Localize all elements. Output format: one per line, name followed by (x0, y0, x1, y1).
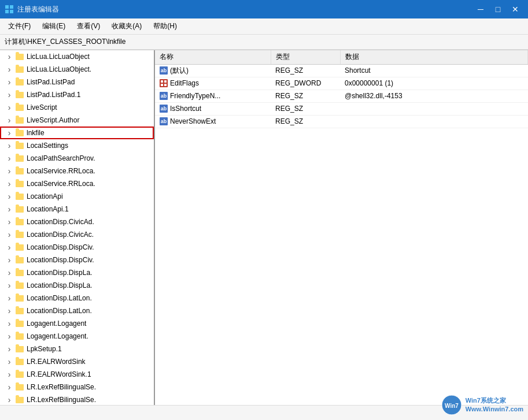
expander-livescript[interactable] (5, 103, 14, 112)
tree-item-logagent1[interactable]: Logagent.Logagent (0, 317, 154, 330)
expander-liclua1[interactable] (5, 52, 14, 61)
expander-lnkfile[interactable] (5, 128, 14, 137)
expander-lr2[interactable] (5, 370, 14, 379)
tree-item-locationapi2[interactable]: LocationApi.1 (0, 203, 154, 215)
svg-rect-1 (10, 5, 13, 9)
folder-icon-locationdisp3 (15, 243, 24, 252)
folder-icon-liclua2 (15, 65, 24, 74)
tree-item-liclua1[interactable]: LicLua.LicLuaObject (0, 50, 154, 63)
expander-listpad1[interactable] (5, 77, 14, 87)
tree-item-localservice2[interactable]: LocalService.RRLoca. (0, 177, 154, 190)
table-row[interactable]: ab(默认)REG_SZShortcut (155, 64, 528, 77)
expander-lr4[interactable] (5, 395, 14, 404)
expander-listpad2[interactable] (5, 90, 14, 99)
tree-item-lpksetup[interactable]: LpkSetup.1 (0, 343, 154, 355)
svg-rect-4 (161, 80, 163, 83)
expander-locationdisp6[interactable] (5, 281, 14, 290)
expander-locationapi1[interactable] (5, 192, 14, 201)
table-row[interactable]: abNeverShowExtREG_SZ (155, 115, 528, 128)
expander-localservice2[interactable] (5, 179, 14, 188)
tree-item-lr1[interactable]: LR.EALRWordSink (0, 355, 154, 368)
cell-name-label-nevershowext: NeverShowExt (170, 117, 216, 125)
expander-logagent2[interactable] (5, 332, 14, 341)
tree-item-livescriptauthor[interactable]: LiveScript.Author (0, 114, 154, 127)
expander-locationapi2[interactable] (5, 205, 14, 214)
address-bar: 计算机\HKEY_CLASSES_ROOT\lnkfile (0, 35, 528, 50)
expander-localservice1[interactable] (5, 166, 14, 176)
expander-liclua2[interactable] (5, 65, 14, 74)
table-row[interactable]: abIsShortcutREG_SZ (155, 102, 528, 115)
menu-file[interactable]: 文件(F) (2, 19, 36, 34)
type-icon-editflags (160, 79, 168, 87)
folder-icon-locationdisp7 (15, 293, 24, 303)
expander-livescriptauthor[interactable] (5, 116, 14, 125)
cell-name-isshortcut: abIsShortcut (155, 102, 271, 115)
tree-item-localsettings[interactable]: LocalSettings (0, 139, 154, 152)
tree-item-logagent2[interactable]: Logagent.Logagent. (0, 330, 154, 343)
table-row[interactable]: EditFlagsREG_DWORD0x00000001 (1) (155, 77, 528, 90)
tree-label-locationdisp2: LocationDisp.CivicAc. (27, 231, 154, 239)
expander-logagent1[interactable] (5, 319, 14, 328)
tree-label-locationdisp5: LocationDisp.DispLa. (27, 269, 154, 277)
cell-data-default: Shortcut (340, 64, 528, 77)
tree-item-listpad2[interactable]: ListPad.ListPad.1 (0, 88, 154, 101)
tree-item-locationdisp7[interactable]: LocationDisp.LatLon. (0, 292, 154, 304)
tree-item-locationdisp5[interactable]: LocationDisp.DispLa. (0, 266, 154, 279)
tree-item-locationdisp3[interactable]: LocationDisp.DispCiv. (0, 241, 154, 254)
expander-locationdisp3[interactable] (5, 243, 14, 252)
tree-item-lr2[interactable]: LR.EALRWordSink.1 (0, 368, 154, 381)
table-row[interactable]: abFriendlyTypeN...REG_SZ@shell32.dll,-41… (155, 90, 528, 102)
expander-localsettings[interactable] (5, 141, 14, 150)
expander-locationdisp5[interactable] (5, 268, 14, 277)
col-type[interactable]: 类型 (271, 50, 340, 64)
tree-item-locationdisp6[interactable]: LocationDisp.DispLa. (0, 279, 154, 292)
tree-item-lr4[interactable]: LR.LexRefBilingualSe. (0, 393, 154, 405)
expander-locationdisp7[interactable] (5, 293, 14, 303)
expander-locationdisp1[interactable] (5, 217, 14, 226)
watermark-text: Win7系统之家 Www.Winwin7.com (466, 396, 523, 414)
tree-label-liclua1: LicLua.LicLuaObject (27, 53, 154, 61)
expander-lpksetup[interactable] (5, 344, 14, 354)
tree-item-locationdisp8[interactable]: LocationDisp.LatLon. (0, 304, 154, 317)
tree-item-lnkfile[interactable]: lnkfile (0, 127, 154, 139)
menu-favorites[interactable]: 收藏夹(A) (106, 19, 147, 34)
expander-locationdisp2[interactable] (5, 230, 14, 239)
tree-pane[interactable]: LicLua.LicLuaObject LicLua.LicLuaObject.… (0, 50, 155, 405)
cell-name-label-isshortcut: IsShortcut (170, 105, 201, 113)
tree-item-lr3[interactable]: LR.LexRefBilingualSe. (0, 381, 154, 393)
watermark: Win7 Win7系统之家 Www.Winwin7.com (441, 395, 523, 415)
minimize-button[interactable]: ─ (472, 3, 489, 16)
tree-item-localservice1[interactable]: LocalService.RRLoca. (0, 165, 154, 177)
folder-icon-localsettings (15, 141, 24, 150)
expander-localpathsearch[interactable] (5, 154, 14, 163)
folder-icon-locationapi2 (15, 205, 24, 214)
menu-view[interactable]: 查看(V) (71, 19, 106, 34)
app-title: 注册表编辑器 (17, 5, 469, 14)
tree-label-locationdisp4: LocationDisp.DispCiv. (27, 256, 154, 264)
menu-help[interactable]: 帮助(H) (147, 19, 183, 34)
expander-locationdisp8[interactable] (5, 306, 14, 315)
tree-item-locationdisp1[interactable]: LocationDisp.CivicAd. (0, 215, 154, 228)
tree-item-locationdisp2[interactable]: LocationDisp.CivicAc. (0, 228, 154, 241)
folder-icon-locationdisp5 (15, 268, 24, 277)
tree-item-locationapi1[interactable]: LocationApi (0, 190, 154, 203)
expander-locationdisp4[interactable] (5, 255, 14, 265)
col-name[interactable]: 名称 (155, 50, 271, 64)
expander-lr1[interactable] (5, 357, 14, 366)
window-controls: ─ □ ✕ (472, 3, 523, 16)
tree-label-lr4: LR.LexRefBilingualSe. (27, 396, 154, 404)
type-icon-friendlytypen: ab (160, 92, 168, 100)
expander-lr3[interactable] (5, 382, 14, 392)
title-bar: 注册表编辑器 ─ □ ✕ (0, 0, 528, 18)
maximize-button[interactable]: □ (490, 3, 506, 16)
tree-item-locationdisp4[interactable]: LocationDisp.DispCiv. (0, 254, 154, 266)
menu-edit[interactable]: 编辑(E) (36, 19, 71, 34)
tree-item-localpathsearch[interactable]: LocalPathSearchProv. (0, 152, 154, 165)
tree-item-listpad1[interactable]: ListPad.ListPad (0, 76, 154, 88)
tree-item-liclua2[interactable]: LicLua.LicLuaObject. (0, 63, 154, 76)
close-button[interactable]: ✕ (507, 3, 523, 16)
folder-icon-localservice2 (15, 179, 24, 188)
tree-item-livescript[interactable]: LiveScript (0, 101, 154, 114)
col-data[interactable]: 数据 (340, 50, 528, 64)
svg-rect-3 (10, 10, 13, 13)
